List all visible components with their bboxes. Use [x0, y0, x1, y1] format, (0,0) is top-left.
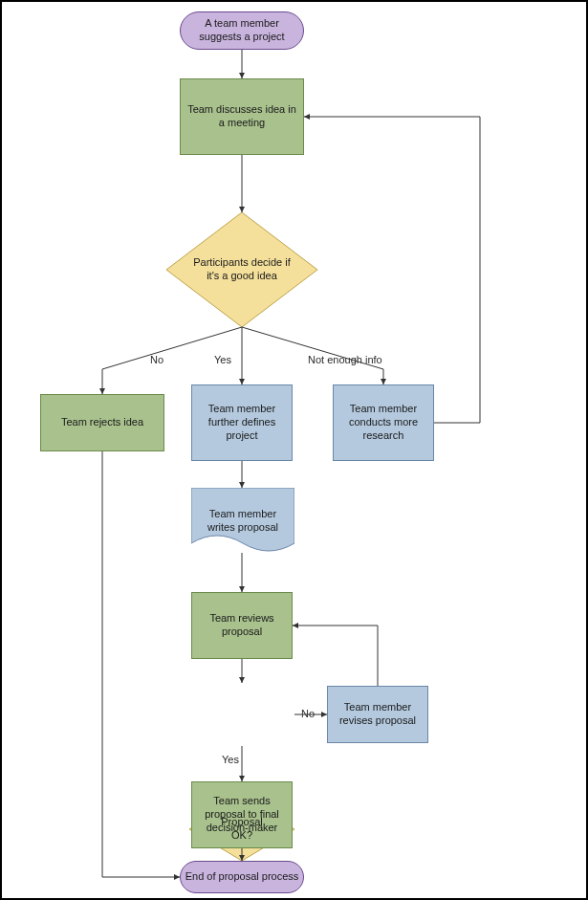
- node-revise: Team member revises proposal: [327, 686, 428, 743]
- edge-label-ok-yes: Yes: [222, 754, 239, 765]
- node-label: A team member suggests a project: [185, 17, 299, 44]
- node-research: Team member conducts more research: [333, 384, 434, 461]
- flowchart-canvas: { "nodes": { "start": {"text":"A team me…: [0, 0, 588, 900]
- node-end: End of proposal process: [180, 861, 304, 893]
- node-label: End of proposal process: [185, 870, 299, 884]
- edge-label-ok-no: No: [301, 708, 315, 719]
- node-label: Team rejects idea: [61, 416, 143, 429]
- edge-label-notenough: Not enough info: [308, 354, 382, 365]
- edge-label-no: No: [150, 354, 163, 365]
- node-label: Proposal OK?: [193, 816, 291, 843]
- node-label: Team member conducts more research: [338, 403, 429, 442]
- node-label: Team member further defines project: [196, 403, 288, 442]
- node-label: Team discusses idea in a meeting: [185, 103, 299, 130]
- node-proposal: Team member writes proposal: [191, 488, 294, 555]
- node-label: Participants decide if it's a good idea: [170, 256, 314, 283]
- node-review: Team reviews proposal: [191, 592, 293, 659]
- node-discuss: Team discusses idea in a meeting: [180, 78, 304, 155]
- node-decide: Participants decide if it's a good idea: [166, 212, 317, 327]
- node-label: Team reviews proposal: [196, 612, 288, 639]
- node-reject: Team rejects idea: [40, 394, 164, 451]
- edge-label-yes: Yes: [214, 354, 231, 365]
- node-define: Team member further defines project: [191, 384, 293, 461]
- node-start: A team member suggests a project: [180, 11, 304, 50]
- node-label: Team member writes proposal: [195, 508, 291, 535]
- node-label: Team member revises proposal: [332, 701, 424, 728]
